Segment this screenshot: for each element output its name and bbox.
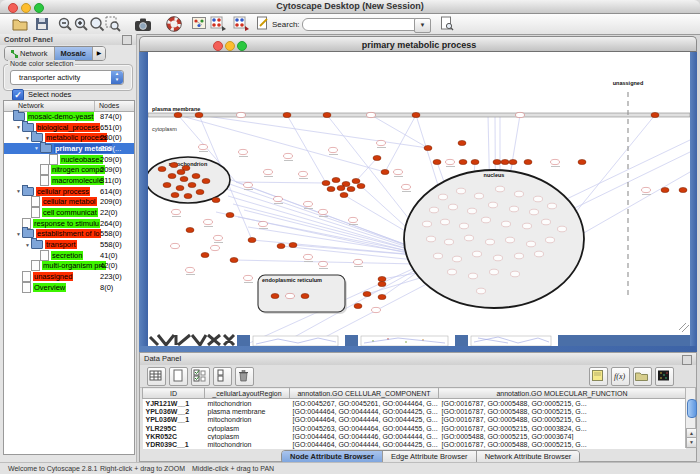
lifesaver-icon [166,16,182,32]
table-cell: plasma membrane [205,407,290,415]
expander-icon[interactable]: ▼ [15,188,22,194]
column-header[interactable]: annotation.GO MOLECULAR_FUNCTION [439,388,686,399]
table-cell: [GO:0044464, GO:0044446, GO:0044444, G..… [290,432,439,440]
zoom-in-button[interactable] [73,16,89,32]
tree-row[interactable]: ▼primary metabo209(... [4,143,134,154]
tab-network[interactable]: Network [5,47,55,60]
attribute-matrix-button[interactable] [655,367,674,386]
control-panel-header: Control Panel [0,34,136,45]
folder-icon [22,187,34,196]
node-color-selection-title: Node color selection [8,60,75,67]
tree-row[interactable]: multi-organism pro42(0) [4,261,134,272]
table-row[interactable]: YLR295Ccytoplasm[GO:0045263, GO:0044464,… [143,424,686,432]
select-attributes-button[interactable] [191,367,210,386]
zoom-fit-icon [105,16,121,32]
table-row[interactable]: YDR039C__1mitochondrion[GO:0044464, GO:0… [143,440,686,448]
table-cell: YPL036W__1 [143,416,205,424]
tree-row[interactable]: secretion41(0) [4,250,134,261]
create-network-button[interactable] [233,16,249,32]
tree-label: secretion [51,251,83,260]
unassigned-label: unassigned [613,80,644,86]
tree-row[interactable]: ▼metabolic process280(0) [4,132,134,143]
tree-col-nodes[interactable]: Nodes [99,102,119,109]
expander-icon[interactable]: ▼ [33,145,40,151]
tree-row[interactable]: unassigned223(0) [4,271,134,282]
tree-row[interactable]: Overview8(0) [4,282,134,293]
tree-label: establishment of lo [36,229,101,238]
destroy-network-button[interactable] [210,16,226,32]
note-icon [590,368,605,383]
zoom-actual-button[interactable] [89,16,105,32]
open-session-button[interactable] [12,16,28,32]
expander-icon[interactable]: ▼ [24,135,31,141]
fx-icon: f(x) [612,368,627,383]
annotate-button[interactable] [256,16,272,32]
status-hint-pan: Middle-click + drag to PAN [192,465,274,472]
tree-row[interactable]: ▼establishment of lo558(0) [4,229,134,240]
attribute-browser-button[interactable] [440,16,456,32]
import-attributes-button[interactable] [633,367,652,386]
tree-row[interactable]: ▼transport558(0) [4,239,134,250]
select-nodes-label: Select nodes [28,90,71,99]
scrollbar-thumb[interactable] [687,399,697,418]
table-scrollbar[interactable]: ▲ ▼ [685,387,696,448]
tree-rows: mosaic-demo-yeast874(0)▼biological_proce… [4,111,134,293]
tree-row[interactable]: cell communicat22(0) [4,207,134,218]
table-row[interactable]: YKR052Ccytoplasm[GO:0044464, GO:0044446,… [143,432,686,440]
network-tree-icon [11,50,18,58]
bottom-strip-views [150,323,690,346]
tree-row[interactable]: ▼biological_process651(0) [4,122,134,133]
expander-icon[interactable]: ▼ [24,242,31,248]
expander-icon[interactable]: ▼ [15,231,22,237]
column-header[interactable]: annotation.GO CELLULAR_COMPONENT [290,388,439,399]
annotation-note-button[interactable] [589,367,608,386]
zoom-out-button[interactable] [57,16,73,32]
endoplasmic-reticulum-region[interactable]: endoplasmic reticulum [258,275,347,314]
search-dropdown-button[interactable]: ▼ [414,18,431,33]
scroll-down-button[interactable]: ▼ [686,437,697,448]
tree-label: nucleobase- [60,155,103,164]
table-row[interactable]: YPL036W__2plasma membrane[GO:0044464, GO… [143,407,686,415]
search-input[interactable] [302,18,420,31]
network-canvas[interactable]: nucleus mitochondrion plasma memb [148,52,690,346]
tree-col-network[interactable]: Network [18,102,44,109]
tree-row[interactable]: ▼cellular process614(0) [4,186,134,197]
zoom-fit-button[interactable] [105,16,121,32]
tree-nodes-count: 42(0) [100,261,118,270]
tab-overflow-button[interactable]: ▶ [93,47,105,60]
tree-row[interactable]: nitrogen compo209(0) [4,164,134,175]
new-attribute-button[interactable] [169,367,188,386]
table-row[interactable]: YJR121W__1mitochondrion[GO:0045267, GO:0… [143,399,686,408]
node-color-dropdown[interactable]: transporter activity ▲▼ [10,70,124,85]
table-row[interactable]: YPL036W__1mitochondrion[GO:0044464, GO:0… [143,416,686,424]
column-header[interactable]: ID [143,388,205,399]
tree-label: cellular metabol [42,197,97,206]
tab-mosaic[interactable]: Mosaic [55,47,93,60]
svg-text:f(x): f(x) [614,372,625,381]
expander-icon[interactable]: ▼ [15,124,22,130]
float-panel-icon[interactable] [122,35,132,45]
attribute-table-button[interactable] [147,367,166,386]
save-session-button[interactable] [34,16,50,32]
camera-icon [134,16,152,32]
network-overview-button[interactable] [192,16,208,32]
attribute-table: ID_cellularLayoutRegionannotation.GO CEL… [142,387,685,449]
delete-attribute-button[interactable] [235,367,254,386]
folder-icon [40,144,52,153]
function-builder-button[interactable]: f(x) [611,367,630,386]
tree-row[interactable]: cellular metabol209(0) [4,197,134,208]
zoom-out-icon [57,16,73,32]
column-header[interactable]: _cellularLayoutRegion [205,388,290,399]
folder-icon [13,112,25,121]
snapshot-button[interactable] [134,16,150,32]
unassigned-nodes[interactable] [642,187,688,192]
window-titlebar: Cytoscape Desktop (New Session) [0,0,700,14]
table-cell: [GO:0045267, GO:0045261, GO:0044464, G..… [290,399,439,408]
unselect-attributes-button[interactable] [213,367,232,386]
network-window-titlebar[interactable]: primary metabolic process [139,36,697,52]
float-panel-icon[interactable] [682,355,692,365]
help-button[interactable] [166,16,182,32]
table-cell: YDR039C__1 [143,440,205,448]
tree-row[interactable]: nucleobase-209(0) [4,154,134,165]
column-divider[interactable] [94,101,95,111]
